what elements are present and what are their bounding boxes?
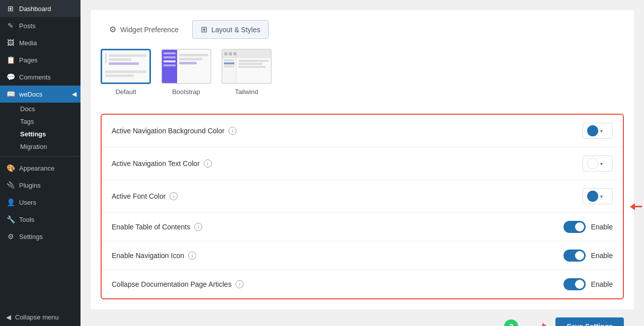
setting-label-active-font: Active Font Color i <box>112 192 178 200</box>
panel-nav-label: Widget Preference <box>120 26 179 34</box>
active-nav-bg-color-picker[interactable]: ▾ <box>583 123 613 139</box>
thumb-tw-dot2 <box>229 52 232 55</box>
theme-option-default[interactable]: Default <box>101 49 151 96</box>
annotation-1: 1 <box>630 200 644 214</box>
sidebar-item-appearance[interactable]: 🎨 Appearance <box>0 159 80 177</box>
sidebar: ⊞ Dashboard ✎ Posts 🖼 Media 📋 Pages 💬 Co… <box>0 0 80 326</box>
active-nav-bg-info-icon[interactable]: i <box>228 127 236 135</box>
active-nav-text-arrow: ▾ <box>600 161 603 167</box>
plugins-label: Plugins <box>19 182 41 189</box>
sidebar-item-wedocs[interactable]: 📖 weDocs ◀ <box>0 86 80 103</box>
active-nav-bg-swatch <box>587 125 598 136</box>
active-nav-bg-text: Active Navigation Background Color <box>112 127 224 135</box>
sidebar-item-tags[interactable]: Tags <box>14 115 80 128</box>
sidebar-item-settings[interactable]: Settings <box>14 128 80 140</box>
active-nav-text-text: Active Navigation Text Color <box>112 159 200 168</box>
save-settings-button[interactable]: Save Settings <box>555 317 624 326</box>
setting-row-active-nav-bg: Active Navigation Background Color i ▾ <box>102 115 623 147</box>
theme-label-bootstrap: Bootstrap <box>172 88 200 96</box>
settings-label: Settings <box>20 130 46 138</box>
layout-icon: ⊞ <box>201 25 207 34</box>
color-settings-wrapper: Active Navigation Background Color i ▾ A… <box>101 114 624 299</box>
collapse-doc-toggle-label: Enable <box>591 280 613 288</box>
thumb-mini-line1 <box>224 59 234 61</box>
enable-nav-icon-toggle-container: Enable <box>564 250 613 262</box>
active-nav-bg-arrow: ▾ <box>600 128 603 134</box>
active-font-arrow: ▾ <box>600 194 603 199</box>
sidebar-item-migration[interactable]: Migration <box>14 140 80 153</box>
wedocs-arrow: ◀ <box>72 91 76 98</box>
enable-nav-icon-thumb <box>575 251 584 260</box>
collapse-doc-text: Collapse Documentation Page Articles <box>112 280 231 288</box>
sidebar-item-users[interactable]: 👤 Users <box>0 194 80 211</box>
theme-thumb-tailwind <box>221 49 272 84</box>
sidebar-item-plugins[interactable]: 🔌 Plugins <box>0 177 80 194</box>
settings-main-label: Settings <box>19 233 43 240</box>
setting-label-active-nav-text: Active Navigation Text Color i <box>112 159 212 168</box>
sidebar-item-comments[interactable]: 💬 Comments <box>0 68 80 86</box>
sidebar-item-tools[interactable]: 🔧 Tools <box>0 211 80 228</box>
enable-toc-toggle[interactable] <box>564 221 586 233</box>
panel-subnav: ⚙ Widget Preference ⊞ Layout & Styles <box>101 20 624 39</box>
active-font-text: Active Font Color <box>112 192 166 200</box>
collapse-doc-toggle[interactable] <box>564 278 586 290</box>
thumb-mini-line5 <box>238 63 263 65</box>
collapse-menu-button[interactable]: ◀ Collapse menu <box>0 308 80 326</box>
active-font-color-picker[interactable]: ▾ <box>583 188 613 204</box>
theme-option-bootstrap[interactable]: Bootstrap <box>161 49 211 96</box>
thumb-mini-line3 <box>224 65 234 67</box>
active-font-swatch <box>587 191 598 202</box>
sidebar-item-label: Comments <box>19 73 51 81</box>
sidebar-item-label: weDocs <box>19 91 42 98</box>
thumb-tw-right <box>236 58 271 83</box>
enable-nav-icon-toggle[interactable] <box>564 250 586 262</box>
sidebar-item-label: Dashboard <box>19 5 51 13</box>
setting-row-active-font: Active Font Color i ▾ <box>102 180 623 213</box>
thumb-default-preview <box>102 50 149 80</box>
active-nav-text-swatch <box>587 158 598 169</box>
collapse-icon: ◀ <box>6 313 11 321</box>
sidebar-item-media[interactable]: 🖼 Media <box>0 34 80 51</box>
plugins-icon: 🔌 <box>6 181 15 190</box>
enable-toc-info-icon[interactable]: i <box>194 223 202 231</box>
active-nav-text-color-picker[interactable]: ▾ <box>583 155 613 172</box>
wedocs-submenu: Docs Tags Settings Migration <box>0 103 80 153</box>
collapse-doc-toggle-container: Enable <box>564 278 613 290</box>
annotation-1-line <box>635 206 642 207</box>
enable-nav-icon-info-icon[interactable]: i <box>188 252 196 260</box>
sidebar-item-docs[interactable]: Docs <box>14 103 80 115</box>
collapse-doc-thumb <box>575 280 584 289</box>
theme-option-tailwind[interactable]: Tailwind <box>221 49 272 96</box>
collapse-doc-info-icon[interactable]: i <box>235 280 244 288</box>
save-footer: 2 Save Settings <box>91 309 634 326</box>
enable-nav-icon-toggle-label: Enable <box>591 252 613 260</box>
dashboard-icon: ⊞ <box>6 4 15 13</box>
setting-row-enable-nav-icon: Enable Navigation Icon i Enable <box>102 241 623 270</box>
sidebar-item-pages[interactable]: 📋 Pages <box>0 51 80 68</box>
main-content: ⚙ Widget Preference ⊞ Layout & Styles <box>80 0 644 326</box>
enable-toc-text: Enable Table of Contents <box>112 223 190 231</box>
setting-row-collapse-doc: Collapse Documentation Page Articles i E… <box>102 270 623 298</box>
comments-icon: 💬 <box>6 72 15 82</box>
annotation-1-arrow <box>630 203 642 210</box>
sidebar-item-settings-main[interactable]: ⚙ Settings <box>0 228 80 245</box>
thumb-mini-line4 <box>238 60 269 62</box>
pages-icon: 📋 <box>6 55 15 64</box>
sidebar-item-dashboard[interactable]: ⊞ Dashboard <box>0 0 80 17</box>
annotation-1-arrowhead <box>630 203 635 210</box>
collapse-doc-track <box>564 278 586 290</box>
footer-annotation: 2 <box>504 319 547 326</box>
enable-toc-toggle-label: Enable <box>591 223 613 231</box>
settings-panel: ⚙ Widget Preference ⊞ Layout & Styles <box>91 10 634 309</box>
panel-nav-widget-preference[interactable]: ⚙ Widget Preference <box>101 20 187 39</box>
panel-nav-layout-styles[interactable]: ⊞ Layout & Styles <box>192 20 269 39</box>
active-font-info-icon[interactable]: i <box>170 192 178 200</box>
theme-selector: Default <box>101 49 624 104</box>
sidebar-item-label: Pages <box>19 56 38 64</box>
thumb-bootstrap-preview <box>162 50 210 83</box>
sidebar-item-posts[interactable]: ✎ Posts <box>0 17 80 34</box>
active-nav-text-info-icon[interactable]: i <box>204 159 212 168</box>
theme-label-default: Default <box>115 88 136 96</box>
settings-icon: ⚙ <box>6 232 15 241</box>
thumb-tw-header <box>222 50 271 58</box>
